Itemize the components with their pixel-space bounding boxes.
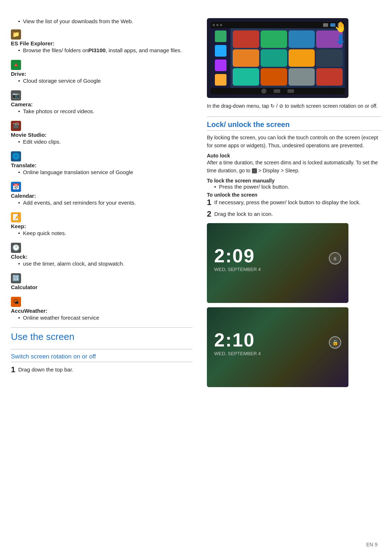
- app-icon-calculator: 🔢: [11, 273, 21, 283]
- app-bullet-clock: use the timer, alarm clock, and stopwatc…: [18, 260, 192, 267]
- lock-time-1: 2:09: [214, 246, 329, 265]
- lock-screen-2: 2:10 WED, SEPTEMBER 4 🔒: [207, 307, 348, 387]
- lock-section-title: Lock/ unlock the screen: [207, 120, 381, 131]
- switch-rotation-title: Switch screen rotation on or off: [11, 353, 192, 362]
- app-name-translate: Translate:: [11, 162, 192, 168]
- app-icon-6: [261, 49, 287, 67]
- sidebar-icon-3: [215, 59, 226, 71]
- home-btn: [274, 89, 280, 93]
- app-icon-8: [316, 49, 343, 67]
- app-icon-12: [316, 68, 343, 86]
- sidebar-icon-2: [215, 45, 226, 57]
- tablet-screenshot-container: ⬇ 🤚: [207, 18, 348, 98]
- app-block-clock: 🕐Clock:use the timer, alarm clock, and s…: [11, 241, 192, 267]
- app-icon-accuweather: 🌤: [11, 297, 21, 307]
- app-icon-3: [289, 30, 315, 48]
- app-name-movie-studio: Movie Studio:: [11, 132, 192, 138]
- app-bullet-es-file-explorer: Browse the files/ folders on PI3100, ins…: [18, 47, 192, 53]
- downloads-text: View the list of your downloads from the…: [23, 18, 133, 24]
- app-block-es-file-explorer: 📁ES File Explorer:Browse the files/ fold…: [11, 28, 192, 53]
- unlock-step-1: 1 If necessary, press the power/ lock bu…: [207, 198, 381, 207]
- app-icon-calendar: 📅: [11, 182, 21, 192]
- rotation-caption: In the drag-down menu, tap ↻ / ⊘ to swit…: [207, 102, 381, 110]
- unlock-step-2-text: Drag the lock to an icon.: [214, 209, 273, 217]
- use-screen-title: Use the screen: [11, 331, 192, 342]
- tablet-main: [230, 28, 345, 88]
- tablet-dot-3: [220, 24, 222, 26]
- tablet-dot-2: [216, 24, 219, 26]
- app-bullet-movie-studio: Edit video clips.: [18, 139, 192, 145]
- section-divider-lock: [207, 116, 381, 117]
- recents-btn: [287, 89, 294, 93]
- app-name-clock: Clock:: [11, 254, 192, 260]
- app-icon-drive: 🔺: [11, 60, 21, 70]
- sidebar-icon-4: [215, 74, 226, 86]
- lock-manually-text: Press the power/ lock button.: [219, 184, 289, 190]
- app-name-camera: Camera:: [11, 101, 192, 107]
- arrow-down-icon: ⬇: [335, 33, 346, 48]
- app-icon-clock: 🕐: [11, 243, 21, 253]
- tablet-screen: [211, 22, 345, 94]
- app-name-accuweather: AccuWeather:: [11, 308, 192, 314]
- app-icon-7: [289, 49, 315, 67]
- page-number: EN 9: [366, 542, 377, 547]
- lock-circle-1: a: [329, 252, 341, 264]
- app-block-movie-studio: 🎬Movie Studio:Edit video clips.: [11, 119, 192, 145]
- app-block-translate: 🌐Translate:Online language translation s…: [11, 150, 192, 175]
- apps-list: 📁ES File Explorer:Browse the files/ fold…: [11, 28, 192, 321]
- app-bullet-drive: Cloud storage service of Google: [18, 78, 192, 84]
- app-icon-keep: 📝: [11, 212, 21, 222]
- right-column: ⬇ 🤚 In the drag-down menu, tap ↻ / ⊘ to …: [203, 18, 381, 554]
- app-icon-11: [289, 68, 315, 86]
- step-1-row: 1 Drag down the top bar.: [11, 365, 192, 374]
- app-icon-5: [233, 49, 259, 67]
- back-btn: [261, 89, 266, 94]
- unlock-step-1-number: 1: [207, 198, 211, 207]
- step-1-number: 1: [11, 365, 15, 374]
- app-icon-translate: 🌐: [11, 151, 21, 161]
- tablet-content: [211, 28, 345, 88]
- app-name-es-file-explorer: ES File Explorer:: [11, 40, 192, 46]
- unlock-label: To unlock the screen: [207, 192, 381, 198]
- page: View the list of your downloads from the…: [0, 11, 392, 554]
- lock-date-2: WED, SEPTEMBER 4: [214, 351, 329, 356]
- app-block-calculator: 🔢Calculator: [11, 272, 192, 290]
- lock-date-1: WED, SEPTEMBER 4: [214, 267, 329, 272]
- tablet-top-bar: [211, 22, 345, 28]
- app-name-drive: Drive:: [11, 71, 192, 77]
- app-name-calculator: Calculator: [11, 284, 192, 290]
- app-block-keep: 📝Keep:Keep quick notes.: [11, 211, 192, 236]
- tablet-dot-1: [213, 24, 215, 26]
- unlock-step-2-number: 2: [207, 209, 211, 219]
- app-bullet-calendar: Add events, and set reminders for your e…: [18, 200, 192, 206]
- lock-manually-bullet: Press the power/ lock button.: [214, 184, 381, 190]
- app-bullet-accuweather: Online weather forecast service: [18, 315, 192, 321]
- app-block-accuweather: 🌤AccuWeather:Online weather forecast ser…: [11, 295, 192, 321]
- lock-time-2: 2:10: [214, 331, 329, 349]
- lock-body-text: By locking the screen, you can lock the …: [207, 134, 381, 150]
- app-bullet-translate: Online language translation service of G…: [18, 169, 192, 175]
- section-divider-use-screen: [11, 327, 192, 328]
- section-divider-rotation: [11, 349, 192, 349]
- tablet-screen-box: ⬇ 🤚: [207, 18, 348, 98]
- app-block-drive: 🔺Drive:Cloud storage service of Google: [11, 58, 192, 84]
- app-name-keep: Keep:: [11, 223, 192, 229]
- unlock-step-1-text: If necessary, press the power/ lock butt…: [214, 198, 360, 205]
- tablet-bottom-bar: [211, 88, 345, 94]
- app-icon-2: [261, 30, 287, 48]
- left-column: View the list of your downloads from the…: [11, 18, 196, 554]
- app-bullet-camera: Take photos or record videos.: [18, 108, 192, 114]
- app-icon-es-file-explorer: 📁: [11, 29, 21, 40]
- app-icon-movie-studio: 🎬: [11, 121, 21, 131]
- auto-lock-label: Auto lock: [207, 153, 381, 159]
- sidebar-icon-1: [215, 30, 226, 42]
- unlock-step-2: 2 Drag the lock to an icon.: [207, 209, 381, 219]
- lock-circle-2: 🔒: [329, 336, 341, 349]
- hand-icon: 🤚: [334, 21, 347, 33]
- app-name-calendar: Calendar:: [11, 193, 192, 199]
- app-icon-10: [261, 68, 287, 86]
- app-bullet-keep: Keep quick notes.: [18, 230, 192, 236]
- app-block-camera: 📷Camera:Take photos or record videos.: [11, 89, 192, 114]
- app-icon-9: [233, 68, 259, 86]
- lock-screen-1: 2:09 WED, SEPTEMBER 4 a: [207, 223, 348, 303]
